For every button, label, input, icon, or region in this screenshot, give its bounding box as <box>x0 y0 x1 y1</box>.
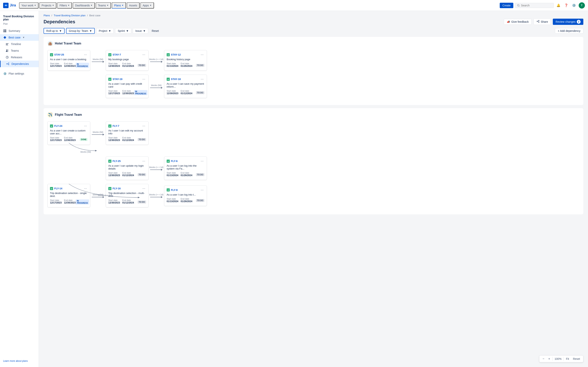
fly-6-more[interactable]: ··· <box>200 159 204 163</box>
fly-24-status: DONE <box>80 138 88 141</box>
nav-your-work[interactable]: Your work▼ <box>19 2 38 8</box>
share-button[interactable]: Share <box>534 18 551 25</box>
svg-rect-5 <box>3 31 5 32</box>
svg-rect-4 <box>5 30 6 31</box>
fly-24-id[interactable]: FLY-24 <box>50 125 62 128</box>
stay-18-card: STAY-18 ··· As a user I can save my paym… <box>164 75 207 98</box>
rollup-chevron: ▼ <box>59 29 62 33</box>
stay-19-id[interactable]: STAY-19 <box>108 78 122 81</box>
rollup-filter[interactable]: Roll-up to ▼ <box>43 28 65 34</box>
issue-filter[interactable]: Issue ▼ <box>133 28 148 33</box>
breadcrumb-plan[interactable]: Travel Booking Division plan <box>54 14 86 17</box>
reset-filter-button[interactable]: Reset <box>150 28 161 33</box>
zoom-reset-button[interactable]: Reset <box>571 357 582 361</box>
fly-14-more[interactable]: ··· <box>83 186 88 191</box>
fly-24-title: As a user I can create a custom user acc… <box>50 129 88 135</box>
deps-icon <box>6 62 9 66</box>
notifications-button[interactable]: 🔔 <box>555 2 562 8</box>
fly-14-status: IN PROGRESS <box>76 200 89 204</box>
breadcrumb-sep-1: / <box>52 14 52 17</box>
group-filter[interactable]: Group by: Team ▼ <box>66 28 95 34</box>
review-changes-button[interactable]: Review changes 2 <box>553 19 583 25</box>
nav-apps[interactable]: Apps▼ <box>140 2 154 8</box>
fly-25-more[interactable]: ··· <box>142 159 146 163</box>
search-input[interactable] <box>521 4 552 7</box>
fly-7-title: As I user I can edit my account info <box>108 129 146 135</box>
fly-6-id[interactable]: FLY-6 <box>167 160 178 163</box>
fly-25-card: FLY-25 ··· As a user I can update my log… <box>106 157 148 180</box>
create-button[interactable]: Create <box>500 3 513 8</box>
group-label: Group by: Team <box>69 29 88 33</box>
fly-16-id[interactable]: FLY-16 <box>108 187 121 190</box>
sidebar-item-plan-settings[interactable]: ⚙️ Plan settings <box>0 70 39 77</box>
share-label: Share <box>541 20 548 23</box>
feedback-label: Give feedback <box>511 20 529 23</box>
hotel-team-name: Hotel Travel Team <box>55 42 81 45</box>
help-button[interactable]: ❓ <box>563 2 569 8</box>
sidebar-label-best-case: Best case <box>9 36 20 39</box>
nav-filters[interactable]: Filters▼ <box>57 2 72 8</box>
nav-items: Your work▼ Projects▼ Filters▼ Dashboards… <box>19 2 500 8</box>
fly-14-id[interactable]: FLY-14 <box>50 187 62 190</box>
svg-rect-6 <box>5 31 6 32</box>
stay-7-id[interactable]: STAY-7 <box>108 53 121 56</box>
fly-25-title: As a user I can update my login details <box>108 164 146 170</box>
feedback-button[interactable]: 📣 Give feedback <box>504 19 532 25</box>
nav-logo[interactable]: Jira <box>3 3 16 8</box>
nav-assets[interactable]: Assets <box>127 2 140 8</box>
breadcrumb-plans[interactable]: Plans <box>43 14 50 17</box>
sidebar-label-releases: Releases <box>11 56 22 59</box>
review-badge: 2 <box>577 20 581 24</box>
project-filter[interactable]: Project ▼ <box>96 28 113 33</box>
stay-18-more[interactable]: ··· <box>200 77 204 81</box>
breadcrumb-sep-2: / <box>87 14 88 17</box>
rollup-label: Roll-up to <box>46 29 58 33</box>
stay-7-icon <box>108 53 112 56</box>
svg-point-11 <box>6 50 7 51</box>
fly-9-more[interactable]: ··· <box>200 188 204 192</box>
avatar[interactable]: T <box>579 2 585 8</box>
fly-9-status: TO DO <box>196 199 204 202</box>
stay-7-more[interactable]: ··· <box>142 53 146 57</box>
sprint-filter[interactable]: Sprint ▼ <box>115 28 131 33</box>
sidebar-item-timeline[interactable]: Timeline <box>0 41 39 47</box>
stay-19-more[interactable]: ··· <box>142 77 146 81</box>
stay-12-more[interactable]: ··· <box>200 53 204 57</box>
sidebar-item-best-case[interactable]: Best case ▼ <box>0 34 39 41</box>
nav-plans[interactable]: Plans▼ <box>112 2 126 8</box>
zoom-in-button[interactable]: + <box>547 356 552 361</box>
fly-16-more[interactable]: ··· <box>142 186 146 191</box>
fly-7-id[interactable]: FLY-7 <box>108 125 119 128</box>
nav-dashboards[interactable]: Dashboards▼ <box>73 2 95 8</box>
issue-chevron: ▼ <box>143 29 146 33</box>
sidebar-item-summary[interactable]: Summary <box>0 28 39 34</box>
grid-icon <box>3 29 7 33</box>
flight-arrow-1: blocks (0d) <box>90 131 106 135</box>
fly-7-more[interactable]: ··· <box>142 124 146 128</box>
sidebar-item-dependencies[interactable]: Dependencies <box>0 61 39 67</box>
hotel-team-section: 🏨 Hotel Travel Team STAY-25 ··· As a use… <box>43 37 583 105</box>
page-title: Dependencies <box>43 19 75 25</box>
sidebar-item-releases[interactable]: Releases <box>0 54 39 61</box>
zoom-out-button[interactable]: − <box>541 356 546 361</box>
search-box[interactable] <box>515 3 554 8</box>
stay-12-id[interactable]: STAY-12 <box>167 53 181 56</box>
nav-projects[interactable]: Projects▼ <box>39 2 56 8</box>
stay-12-icon <box>167 53 170 56</box>
sidebar-learn-more[interactable]: Learn more about plans <box>0 357 39 365</box>
stay-25-id[interactable]: STAY-25 <box>50 53 64 56</box>
nav-teams[interactable]: Teams▼ <box>96 2 111 8</box>
add-dependency-button[interactable]: + Add dependency <box>555 28 583 33</box>
zoom-fit-button[interactable]: Fit <box>564 357 571 361</box>
svg-point-15 <box>8 63 9 64</box>
settings-button[interactable]: ⚙️ <box>571 2 577 8</box>
svg-point-14 <box>6 64 7 64</box>
stay-18-id[interactable]: STAY-18 <box>167 78 181 81</box>
sprint-chevron: ▼ <box>126 29 129 33</box>
fly-25-id[interactable]: FLY-25 <box>108 160 121 163</box>
fly-24-more[interactable]: ··· <box>83 124 88 128</box>
fly-9-id[interactable]: FLY-9 <box>167 188 178 192</box>
stay-25-more[interactable]: ··· <box>83 53 88 57</box>
sidebar-item-teams[interactable]: Teams <box>0 47 39 54</box>
stay-25-title: As a user I can create a booking <box>50 58 88 61</box>
